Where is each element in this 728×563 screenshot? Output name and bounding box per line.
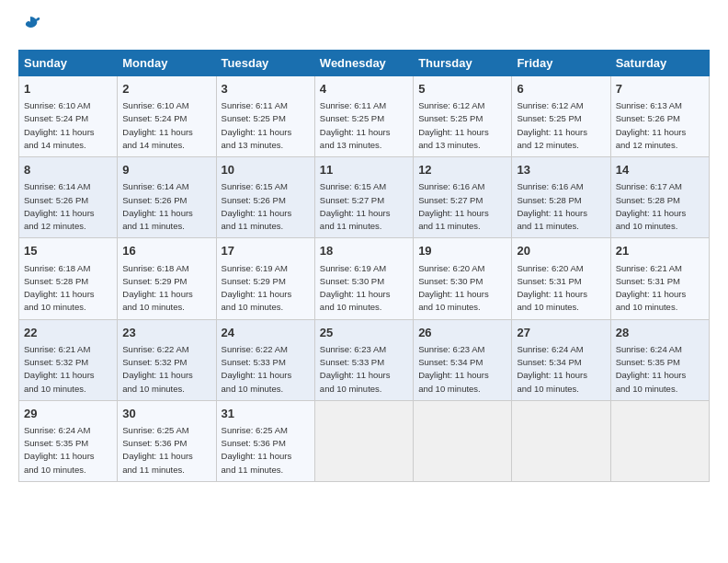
header	[18, 15, 710, 39]
day-info: Sunrise: 6:15 AMSunset: 5:27 PMDaylight:…	[320, 180, 408, 233]
day-number: 3	[222, 81, 310, 98]
calendar-cell: 26Sunrise: 6:23 AMSunset: 5:34 PMDayligh…	[414, 319, 512, 400]
calendar-cell: 1Sunrise: 6:10 AMSunset: 5:24 PMDaylight…	[19, 76, 118, 157]
calendar-cell: 14Sunrise: 6:17 AMSunset: 5:28 PMDayligh…	[610, 157, 709, 238]
calendar-cell: 23Sunrise: 6:22 AMSunset: 5:32 PMDayligh…	[118, 319, 216, 400]
day-info: Sunrise: 6:11 AMSunset: 5:25 PMDaylight:…	[222, 99, 310, 152]
day-info: Sunrise: 6:21 AMSunset: 5:31 PMDaylight:…	[616, 262, 704, 315]
day-info: Sunrise: 6:25 AMSunset: 5:36 PMDaylight:…	[122, 424, 210, 477]
day-number: 16	[122, 243, 210, 259]
day-info: Sunrise: 6:19 AMSunset: 5:29 PMDaylight:…	[222, 262, 310, 315]
day-number: 5	[418, 81, 506, 98]
day-info: Sunrise: 6:12 AMSunset: 5:25 PMDaylight:…	[517, 99, 605, 152]
calendar-cell: 12Sunrise: 6:16 AMSunset: 5:27 PMDayligh…	[414, 157, 512, 238]
calendar-cell: 8Sunrise: 6:14 AMSunset: 5:26 PMDaylight…	[19, 157, 118, 238]
calendar-cell: 10Sunrise: 6:15 AMSunset: 5:26 PMDayligh…	[216, 157, 314, 238]
day-number: 27	[517, 325, 605, 341]
day-number: 21	[616, 243, 704, 259]
day-number: 8	[24, 162, 112, 178]
calendar-cell: 19Sunrise: 6:20 AMSunset: 5:30 PMDayligh…	[414, 238, 512, 319]
calendar-cell: 15Sunrise: 6:18 AMSunset: 5:28 PMDayligh…	[19, 238, 118, 319]
day-number: 23	[122, 325, 210, 341]
day-info: Sunrise: 6:22 AMSunset: 5:32 PMDaylight:…	[122, 343, 210, 396]
day-number: 2	[122, 81, 210, 98]
calendar-cell: 6Sunrise: 6:12 AMSunset: 5:25 PMDaylight…	[512, 76, 610, 157]
col-header-tuesday: Tuesday	[216, 51, 314, 76]
day-info: Sunrise: 6:17 AMSunset: 5:28 PMDaylight:…	[616, 180, 704, 233]
calendar-cell	[314, 400, 413, 481]
day-info: Sunrise: 6:24 AMSunset: 5:35 PMDaylight:…	[24, 424, 112, 477]
day-info: Sunrise: 6:22 AMSunset: 5:33 PMDaylight:…	[222, 343, 310, 396]
day-info: Sunrise: 6:15 AMSunset: 5:26 PMDaylight:…	[222, 180, 310, 233]
calendar-cell: 28Sunrise: 6:24 AMSunset: 5:35 PMDayligh…	[610, 319, 709, 400]
calendar-cell: 3Sunrise: 6:11 AMSunset: 5:25 PMDaylight…	[216, 76, 314, 157]
day-number: 14	[616, 162, 704, 178]
day-number: 9	[122, 162, 210, 178]
calendar-cell: 31Sunrise: 6:25 AMSunset: 5:36 PMDayligh…	[216, 400, 314, 481]
calendar-cell: 7Sunrise: 6:13 AMSunset: 5:26 PMDaylight…	[610, 76, 709, 157]
col-header-thursday: Thursday	[414, 51, 512, 76]
day-number: 12	[418, 162, 506, 178]
day-number: 15	[24, 243, 112, 259]
day-number: 30	[122, 406, 210, 422]
calendar-cell: 4Sunrise: 6:11 AMSunset: 5:25 PMDaylight…	[314, 76, 413, 157]
logo	[18, 15, 40, 39]
day-info: Sunrise: 6:14 AMSunset: 5:26 PMDaylight:…	[122, 180, 210, 233]
day-number: 26	[418, 325, 506, 341]
day-number: 6	[517, 81, 605, 98]
calendar-cell	[414, 400, 512, 481]
day-info: Sunrise: 6:16 AMSunset: 5:27 PMDaylight:…	[418, 180, 506, 233]
day-info: Sunrise: 6:18 AMSunset: 5:29 PMDaylight:…	[122, 262, 210, 315]
day-info: Sunrise: 6:20 AMSunset: 5:30 PMDaylight:…	[418, 262, 506, 315]
day-info: Sunrise: 6:18 AMSunset: 5:28 PMDaylight:…	[24, 262, 112, 315]
day-info: Sunrise: 6:19 AMSunset: 5:30 PMDaylight:…	[320, 262, 408, 315]
calendar-cell: 30Sunrise: 6:25 AMSunset: 5:36 PMDayligh…	[118, 400, 216, 481]
calendar-cell: 27Sunrise: 6:24 AMSunset: 5:34 PMDayligh…	[512, 319, 610, 400]
calendar-week-2: 8Sunrise: 6:14 AMSunset: 5:26 PMDaylight…	[19, 157, 710, 238]
calendar-cell: 21Sunrise: 6:21 AMSunset: 5:31 PMDayligh…	[610, 238, 709, 319]
day-info: Sunrise: 6:21 AMSunset: 5:32 PMDaylight:…	[24, 343, 112, 396]
day-number: 10	[222, 162, 310, 178]
logo-bird-icon	[20, 15, 40, 39]
day-info: Sunrise: 6:11 AMSunset: 5:25 PMDaylight:…	[320, 99, 408, 152]
col-header-sunday: Sunday	[19, 51, 118, 76]
day-info: Sunrise: 6:24 AMSunset: 5:34 PMDaylight:…	[517, 343, 605, 396]
day-info: Sunrise: 6:10 AMSunset: 5:24 PMDaylight:…	[24, 99, 112, 152]
calendar-cell: 9Sunrise: 6:14 AMSunset: 5:26 PMDaylight…	[118, 157, 216, 238]
calendar-cell: 20Sunrise: 6:20 AMSunset: 5:31 PMDayligh…	[512, 238, 610, 319]
day-number: 11	[320, 162, 408, 178]
day-number: 29	[24, 406, 112, 422]
calendar-cell: 16Sunrise: 6:18 AMSunset: 5:29 PMDayligh…	[118, 238, 216, 319]
calendar-cell: 17Sunrise: 6:19 AMSunset: 5:29 PMDayligh…	[216, 238, 314, 319]
calendar-week-1: 1Sunrise: 6:10 AMSunset: 5:24 PMDaylight…	[19, 76, 710, 157]
col-header-saturday: Saturday	[610, 51, 709, 76]
calendar-cell: 22Sunrise: 6:21 AMSunset: 5:32 PMDayligh…	[19, 319, 118, 400]
day-info: Sunrise: 6:25 AMSunset: 5:36 PMDaylight:…	[222, 424, 310, 477]
calendar-week-5: 29Sunrise: 6:24 AMSunset: 5:35 PMDayligh…	[19, 400, 710, 481]
calendar-week-3: 15Sunrise: 6:18 AMSunset: 5:28 PMDayligh…	[19, 238, 710, 319]
calendar-cell: 25Sunrise: 6:23 AMSunset: 5:33 PMDayligh…	[314, 319, 413, 400]
col-header-friday: Friday	[512, 51, 610, 76]
day-number: 31	[222, 406, 310, 422]
calendar-cell	[512, 400, 610, 481]
day-info: Sunrise: 6:10 AMSunset: 5:24 PMDaylight:…	[122, 99, 210, 152]
day-info: Sunrise: 6:14 AMSunset: 5:26 PMDaylight:…	[24, 180, 112, 233]
day-info: Sunrise: 6:23 AMSunset: 5:34 PMDaylight:…	[418, 343, 506, 396]
calendar-cell: 24Sunrise: 6:22 AMSunset: 5:33 PMDayligh…	[216, 319, 314, 400]
calendar-cell: 29Sunrise: 6:24 AMSunset: 5:35 PMDayligh…	[19, 400, 118, 481]
col-header-wednesday: Wednesday	[314, 51, 413, 76]
day-info: Sunrise: 6:16 AMSunset: 5:28 PMDaylight:…	[517, 180, 605, 233]
calendar-cell: 18Sunrise: 6:19 AMSunset: 5:30 PMDayligh…	[314, 238, 413, 319]
calendar-cell	[610, 400, 709, 481]
day-number: 17	[222, 243, 310, 259]
day-number: 25	[320, 325, 408, 341]
day-number: 7	[616, 81, 704, 98]
day-number: 18	[320, 243, 408, 259]
calendar-week-4: 22Sunrise: 6:21 AMSunset: 5:32 PMDayligh…	[19, 319, 710, 400]
calendar-cell: 11Sunrise: 6:15 AMSunset: 5:27 PMDayligh…	[314, 157, 413, 238]
col-header-monday: Monday	[118, 51, 216, 76]
day-number: 13	[517, 162, 605, 178]
day-number: 24	[222, 325, 310, 341]
calendar-table: SundayMondayTuesdayWednesdayThursdayFrid…	[18, 50, 710, 482]
day-info: Sunrise: 6:23 AMSunset: 5:33 PMDaylight:…	[320, 343, 408, 396]
